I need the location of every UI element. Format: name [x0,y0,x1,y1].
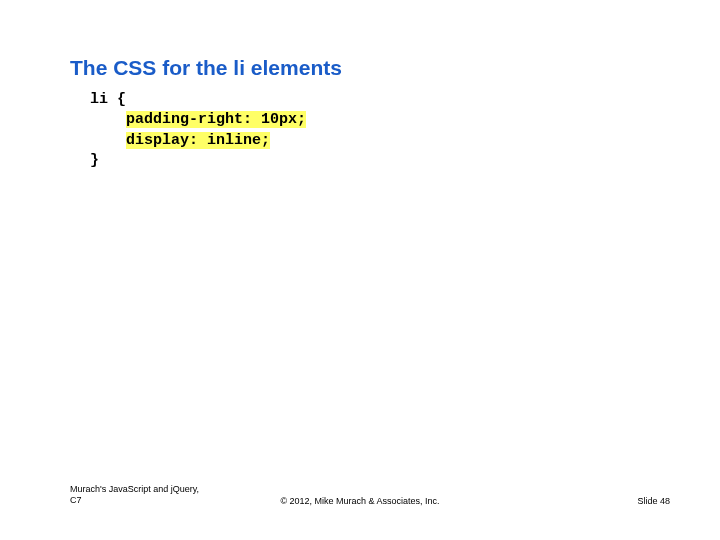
footer-slide-number: Slide 48 [637,496,670,506]
code-line-2: padding-right: 10px; [90,110,306,130]
slide-title: The CSS for the li elements [70,56,342,80]
code-line-1: li { [90,90,306,110]
footer-left: Murach's JavaScript and jQuery, C7 [70,484,199,506]
code-block: li { padding-right: 10px; display: inlin… [90,90,306,171]
code-highlight-padding: padding-right: 10px; [126,111,306,128]
footer-chapter: C7 [70,495,199,506]
code-highlight-display: display: inline; [126,132,270,149]
code-line-3: display: inline; [90,131,306,151]
code-line-4: } [90,151,306,171]
code-indent-3 [90,132,126,149]
footer-book-title: Murach's JavaScript and jQuery, [70,484,199,495]
code-indent-2 [90,111,126,128]
footer-copyright: © 2012, Mike Murach & Associates, Inc. [280,496,439,506]
